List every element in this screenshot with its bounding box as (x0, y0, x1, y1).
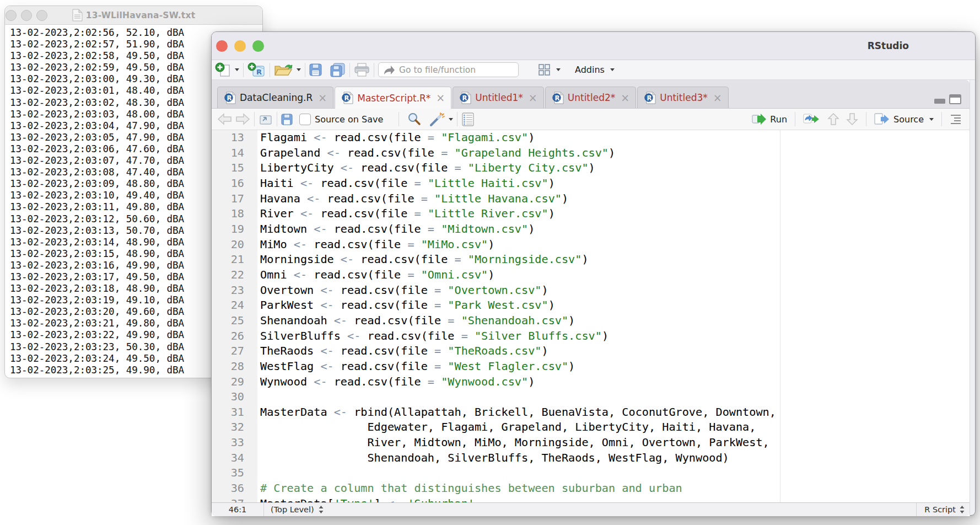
open-recent-dropdown[interactable] (297, 68, 301, 71)
save-all-button[interactable] (330, 63, 346, 77)
goto-file-function-input[interactable]: Go to file/function (378, 62, 519, 77)
save-button[interactable] (309, 63, 322, 76)
code-editor[interactable]: 13Flagami <- read.csv(file = "Flagami.cs… (212, 130, 970, 502)
source-icon (874, 113, 890, 125)
tab-close-icon[interactable]: × (621, 93, 629, 103)
svg-text:R: R (344, 94, 349, 102)
line-number: 29 (212, 374, 244, 390)
addins-button[interactable]: Addins (575, 65, 605, 75)
open-file-icon (274, 63, 293, 77)
tab-label: DataCleaning.R (240, 92, 313, 103)
r-file-icon: R (460, 92, 471, 104)
new-file-icon (215, 62, 230, 77)
compile-report-icon[interactable] (461, 113, 475, 126)
run-button[interactable]: Run (752, 114, 787, 125)
maximize-pane-icon[interactable] (949, 94, 961, 104)
toolbar-divider (305, 63, 305, 77)
minimize-pane-icon[interactable] (934, 94, 946, 104)
run-label: Run (770, 114, 787, 125)
panes-dropdown[interactable] (556, 68, 561, 71)
forward-icon[interactable] (235, 113, 250, 125)
addins-dropdown[interactable] (610, 68, 615, 71)
new-file-dropdown[interactable] (235, 68, 239, 71)
rerun-button[interactable] (803, 113, 820, 125)
source-pane: RDataCleaning.R×RMasterScript.R*×RUntitl… (212, 80, 970, 516)
line-number: 36 (212, 481, 244, 496)
back-icon[interactable] (217, 113, 232, 125)
minimize-button[interactable] (234, 40, 246, 52)
editor-tab-Untitled2[interactable]: RUntitled2*× (545, 87, 636, 108)
toolbar-divider (399, 112, 399, 126)
line-number: 22 (212, 267, 244, 283)
line-number: 23 (212, 283, 244, 298)
zoom-button[interactable] (36, 10, 47, 21)
source-label: Source (893, 114, 924, 125)
rstudio-window-title: RStudio (868, 32, 909, 60)
print-button[interactable] (354, 63, 370, 77)
editor-tab-MasterScriptR[interactable]: RMasterScript.R*× (335, 87, 451, 109)
line-number: 20 (212, 237, 244, 253)
tab-close-icon[interactable]: × (318, 93, 327, 103)
tab-label: Untitled2* (568, 92, 616, 103)
code-line: 23Overtown <- read.csv(file = "Overtown.… (212, 283, 970, 298)
textedit-window-title: 13-WLilHavana-SW.txt (86, 10, 196, 20)
code-tools-wand-icon[interactable] (429, 112, 445, 127)
code-line: 17Havana <- read.csv(file = "Little Hava… (212, 191, 970, 207)
line-number: 18 (212, 206, 244, 222)
line-number: 32 (212, 420, 244, 435)
panes-layout-button[interactable] (538, 63, 551, 76)
source-dropdown[interactable] (929, 118, 934, 121)
rerun-icon (803, 113, 820, 125)
toolbar-divider (866, 112, 866, 126)
panes-grid-icon (538, 63, 551, 76)
open-file-button[interactable] (274, 63, 293, 77)
line-number: 24 (212, 298, 244, 313)
scope-stepper-icon (318, 505, 324, 514)
code-line: 24ParkWest <- read.csv(file = "Park West… (212, 298, 970, 313)
go-prev-section-icon[interactable] (827, 113, 839, 126)
code-line: 35 (212, 465, 970, 481)
editor-tab-Untitled3[interactable]: RUntitled3*× (637, 87, 728, 108)
line-number: 35 (212, 465, 244, 481)
code-tools-dropdown[interactable] (449, 118, 453, 121)
toolbar-divider (795, 112, 795, 126)
svg-text:R: R (554, 94, 559, 102)
editor-tab-DataCleaningR[interactable]: RDataCleaning.R× (217, 87, 333, 108)
editor-tab-Untitled1[interactable]: RUntitled1*× (453, 87, 543, 108)
new-project-button[interactable]: R (247, 62, 266, 78)
tab-close-icon[interactable]: × (713, 93, 722, 103)
document-outline-icon[interactable] (950, 114, 962, 124)
svg-text:R: R (647, 94, 652, 102)
tab-close-icon[interactable]: × (529, 93, 537, 103)
go-next-section-icon[interactable] (846, 113, 858, 126)
r-file-icon: R (644, 92, 656, 104)
save-icon[interactable] (281, 114, 293, 125)
close-button[interactable] (216, 40, 228, 52)
file-type-stepper-icon (959, 505, 965, 514)
close-button[interactable] (6, 10, 17, 21)
svg-text:R: R (227, 94, 232, 102)
source-on-save-checkbox[interactable] (299, 114, 311, 125)
code-line: 32 Edgewater, Flagami, Grapeland, Libert… (212, 420, 970, 435)
code-line: 30 (212, 389, 970, 405)
editor-tab-strip: RDataCleaning.R×RMasterScript.R*×RUntitl… (212, 80, 970, 109)
line-number: 13 (212, 130, 244, 146)
open-in-new-window-icon[interactable] (259, 113, 273, 125)
minimize-button[interactable] (21, 10, 32, 21)
new-file-button[interactable] (215, 62, 230, 77)
source-on-save-label: Source on Save (315, 114, 383, 125)
line-number: 14 (212, 146, 244, 161)
find-replace-icon[interactable] (407, 112, 421, 126)
line-number: 31 (212, 405, 244, 420)
code-line: 14Grapeland <- read.csv(file = "Grapelan… (212, 146, 970, 161)
zoom-button[interactable] (252, 40, 264, 52)
textedit-titlebar[interactable]: 13-WLilHavana-SW.txt (5, 6, 262, 25)
code-line: 28WestFlag <- read.csv(file = "West Flag… (212, 359, 970, 374)
scope-selector[interactable]: (Top Level) (264, 503, 331, 516)
rstudio-titlebar[interactable]: RStudio (212, 32, 975, 60)
source-button[interactable]: Source (874, 113, 924, 125)
file-type-selector[interactable]: R Script (916, 503, 965, 516)
line-number: 16 (212, 176, 244, 191)
tab-close-icon[interactable]: × (436, 93, 445, 103)
toolbar-divider (349, 63, 350, 77)
